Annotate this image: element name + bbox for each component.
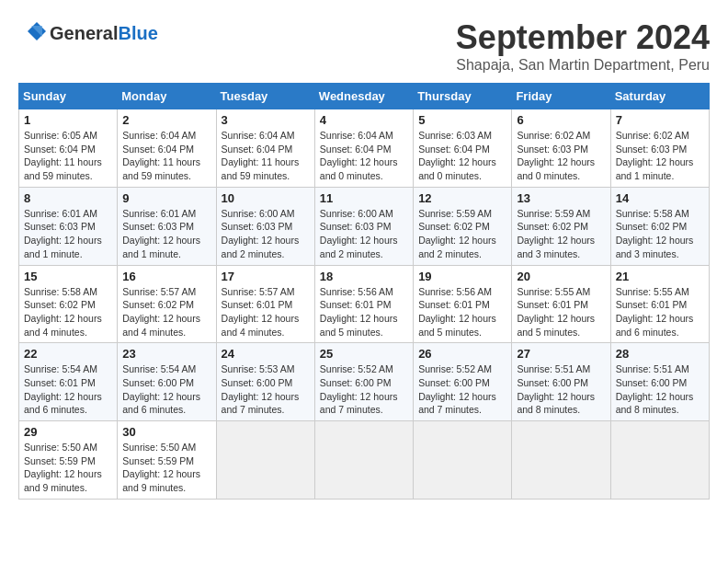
- day-number: 26: [418, 347, 506, 361]
- day-info: Sunrise: 5:58 AMSunset: 6:02 PMDaylight:…: [24, 285, 112, 339]
- calendar-cell: 26Sunrise: 5:52 AMSunset: 6:00 PMDayligh…: [414, 343, 512, 421]
- day-number: 12: [418, 191, 506, 205]
- calendar-week-1: 1Sunrise: 6:05 AMSunset: 6:04 PMDaylight…: [19, 109, 710, 188]
- day-number: 10: [222, 191, 310, 205]
- day-number: 6: [517, 113, 605, 127]
- day-number: 2: [122, 113, 210, 127]
- day-number: 30: [122, 425, 210, 439]
- calendar-cell: 16Sunrise: 5:57 AMSunset: 6:02 PMDayligh…: [118, 265, 216, 343]
- calendar-header-thursday: Thursday: [414, 84, 512, 109]
- day-number: 22: [24, 347, 112, 361]
- day-number: 1: [24, 113, 112, 127]
- calendar-cell: 25Sunrise: 5:52 AMSunset: 6:00 PMDayligh…: [314, 343, 413, 421]
- calendar-header-sunday: Sunday: [19, 84, 118, 109]
- page-header: GeneralBlue September 2024 Shapaja, San …: [18, 18, 710, 74]
- calendar-cell: 13Sunrise: 5:59 AMSunset: 6:02 PMDayligh…: [512, 187, 610, 265]
- calendar-cell: 23Sunrise: 5:54 AMSunset: 6:00 PMDayligh…: [118, 343, 216, 421]
- day-info: Sunrise: 5:55 AMSunset: 6:01 PMDaylight:…: [616, 285, 704, 339]
- day-info: Sunrise: 5:52 AMSunset: 6:00 PMDaylight:…: [418, 362, 506, 417]
- calendar-week-2: 8Sunrise: 6:01 AMSunset: 6:03 PMDaylight…: [19, 187, 710, 265]
- day-info: Sunrise: 5:52 AMSunset: 6:00 PMDaylight:…: [320, 362, 408, 417]
- day-info: Sunrise: 6:01 AMSunset: 6:03 PMDaylight:…: [122, 207, 210, 261]
- day-info: Sunrise: 5:56 AMSunset: 6:01 PMDaylight:…: [320, 285, 408, 339]
- calendar-cell: 30Sunrise: 5:50 AMSunset: 5:59 PMDayligh…: [118, 421, 216, 500]
- day-number: 4: [320, 113, 408, 127]
- calendar-header-friday: Friday: [512, 84, 610, 109]
- day-info: Sunrise: 5:56 AMSunset: 6:01 PMDaylight:…: [418, 285, 506, 339]
- calendar-cell: 22Sunrise: 5:54 AMSunset: 6:01 PMDayligh…: [19, 343, 118, 421]
- day-number: 20: [517, 270, 605, 283]
- day-info: Sunrise: 5:55 AMSunset: 6:01 PMDaylight:…: [517, 285, 605, 339]
- day-number: 17: [222, 270, 310, 283]
- calendar-cell: 27Sunrise: 5:51 AMSunset: 6:00 PMDayligh…: [512, 343, 610, 421]
- day-number: 3: [222, 113, 310, 127]
- day-info: Sunrise: 6:00 AMSunset: 6:03 PMDaylight:…: [320, 207, 408, 261]
- day-info: Sunrise: 5:51 AMSunset: 6:00 PMDaylight:…: [616, 362, 704, 417]
- calendar-cell: [610, 421, 709, 500]
- day-info: Sunrise: 6:03 AMSunset: 6:04 PMDaylight:…: [418, 129, 506, 183]
- day-number: 7: [616, 113, 704, 127]
- day-info: Sunrise: 6:04 AMSunset: 6:04 PMDaylight:…: [122, 129, 210, 183]
- day-number: 18: [320, 270, 408, 283]
- day-info: Sunrise: 6:01 AMSunset: 6:03 PMDaylight:…: [24, 207, 112, 261]
- calendar-cell: 11Sunrise: 6:00 AMSunset: 6:03 PMDayligh…: [314, 187, 413, 265]
- calendar-cell: 29Sunrise: 5:50 AMSunset: 5:59 PMDayligh…: [19, 421, 118, 500]
- calendar-week-4: 22Sunrise: 5:54 AMSunset: 6:01 PMDayligh…: [19, 343, 710, 421]
- calendar-cell: 20Sunrise: 5:55 AMSunset: 6:01 PMDayligh…: [512, 265, 610, 343]
- calendar-cell: 14Sunrise: 5:58 AMSunset: 6:02 PMDayligh…: [610, 187, 709, 265]
- day-number: 13: [517, 191, 605, 205]
- logo-icon: [18, 18, 48, 48]
- day-info: Sunrise: 5:57 AMSunset: 6:01 PMDaylight:…: [222, 285, 310, 339]
- calendar-cell: 17Sunrise: 5:57 AMSunset: 6:01 PMDayligh…: [216, 265, 314, 343]
- calendar-cell: 2Sunrise: 6:04 AMSunset: 6:04 PMDaylight…: [118, 109, 216, 188]
- calendar-cell: 10Sunrise: 6:00 AMSunset: 6:03 PMDayligh…: [216, 187, 314, 265]
- calendar-cell: [512, 421, 610, 500]
- day-info: Sunrise: 5:50 AMSunset: 5:59 PMDaylight:…: [24, 441, 112, 495]
- calendar-cell: 19Sunrise: 5:56 AMSunset: 6:01 PMDayligh…: [414, 265, 512, 343]
- day-number: 25: [320, 347, 408, 361]
- page-subtitle: Shapaja, San Martin Department, Peru: [456, 57, 710, 74]
- day-info: Sunrise: 6:00 AMSunset: 6:03 PMDaylight:…: [222, 207, 310, 261]
- calendar-cell: 1Sunrise: 6:05 AMSunset: 6:04 PMDaylight…: [19, 109, 118, 188]
- calendar-header-monday: Monday: [118, 84, 216, 109]
- day-info: Sunrise: 5:51 AMSunset: 6:00 PMDaylight:…: [517, 362, 605, 417]
- day-info: Sunrise: 5:50 AMSunset: 5:59 PMDaylight:…: [122, 441, 210, 495]
- calendar-cell: 21Sunrise: 5:55 AMSunset: 6:01 PMDayligh…: [610, 265, 709, 343]
- day-info: Sunrise: 6:04 AMSunset: 6:04 PMDaylight:…: [320, 129, 408, 183]
- day-info: Sunrise: 5:54 AMSunset: 6:00 PMDaylight:…: [122, 362, 210, 417]
- day-number: 29: [24, 425, 112, 439]
- calendar-table: SundayMondayTuesdayWednesdayThursdayFrid…: [18, 83, 710, 500]
- logo-blue-text: Blue: [118, 23, 157, 43]
- logo: GeneralBlue: [18, 18, 158, 48]
- calendar-cell: [314, 421, 413, 500]
- calendar-cell: 24Sunrise: 5:53 AMSunset: 6:00 PMDayligh…: [216, 343, 314, 421]
- logo-general-text: General: [50, 23, 118, 43]
- day-number: 16: [122, 270, 210, 283]
- day-number: 24: [222, 347, 310, 361]
- day-number: 19: [418, 270, 506, 283]
- day-number: 28: [616, 347, 704, 361]
- day-info: Sunrise: 5:58 AMSunset: 6:02 PMDaylight:…: [616, 207, 704, 261]
- day-number: 14: [616, 191, 704, 205]
- day-number: 27: [517, 347, 605, 361]
- calendar-cell: 8Sunrise: 6:01 AMSunset: 6:03 PMDaylight…: [19, 187, 118, 265]
- day-number: 15: [24, 270, 112, 283]
- calendar-cell: 15Sunrise: 5:58 AMSunset: 6:02 PMDayligh…: [19, 265, 118, 343]
- title-section: September 2024 Shapaja, San Martin Depar…: [456, 18, 710, 74]
- calendar-cell: 7Sunrise: 6:02 AMSunset: 6:03 PMDaylight…: [610, 109, 709, 188]
- page-title: September 2024: [456, 18, 710, 57]
- day-info: Sunrise: 6:04 AMSunset: 6:04 PMDaylight:…: [222, 129, 310, 183]
- calendar-header-row: SundayMondayTuesdayWednesdayThursdayFrid…: [19, 84, 710, 109]
- calendar-week-3: 15Sunrise: 5:58 AMSunset: 6:02 PMDayligh…: [19, 265, 710, 343]
- calendar-cell: [216, 421, 314, 500]
- calendar-header-tuesday: Tuesday: [216, 84, 314, 109]
- calendar-cell: 6Sunrise: 6:02 AMSunset: 6:03 PMDaylight…: [512, 109, 610, 188]
- day-number: 9: [122, 191, 210, 205]
- day-number: 11: [320, 191, 408, 205]
- day-info: Sunrise: 5:57 AMSunset: 6:02 PMDaylight:…: [122, 285, 210, 339]
- calendar-cell: 18Sunrise: 5:56 AMSunset: 6:01 PMDayligh…: [314, 265, 413, 343]
- day-info: Sunrise: 5:59 AMSunset: 6:02 PMDaylight:…: [418, 207, 506, 261]
- day-number: 5: [418, 113, 506, 127]
- calendar-cell: 5Sunrise: 6:03 AMSunset: 6:04 PMDaylight…: [414, 109, 512, 188]
- day-info: Sunrise: 5:53 AMSunset: 6:00 PMDaylight:…: [222, 362, 310, 417]
